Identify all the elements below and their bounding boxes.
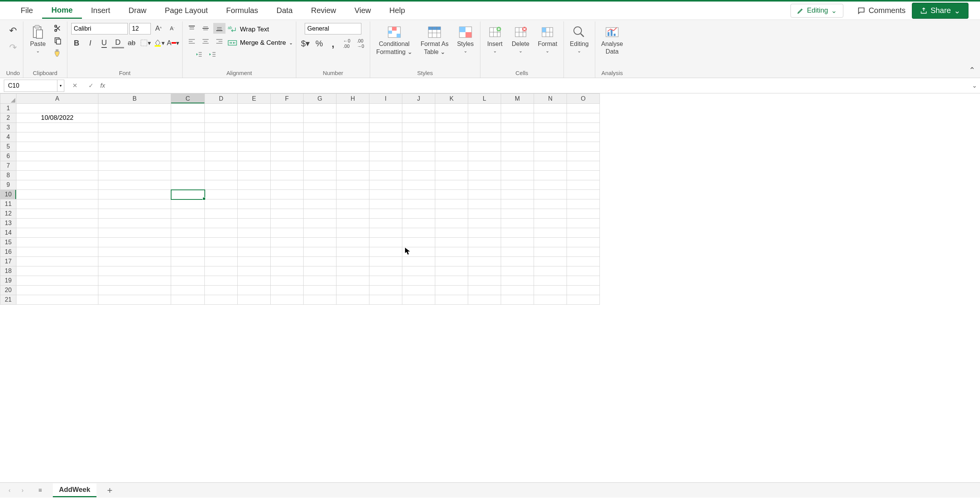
cell-L2[interactable] [468,113,501,123]
cell-M3[interactable] [501,123,534,132]
cell-O13[interactable] [567,219,600,228]
undo-button[interactable]: ↶ [7,23,19,38]
cell-C13[interactable] [171,219,205,228]
row-header-2[interactable]: 2 [0,113,16,123]
decrease-font-button[interactable]: Aˇ [166,23,178,34]
cell-D13[interactable] [205,219,238,228]
cell-G3[interactable] [304,123,336,132]
cell-F10[interactable] [271,190,304,199]
row-header-1[interactable]: 1 [0,104,16,113]
comments-button[interactable]: Comments [851,4,912,17]
cell-F1[interactable] [271,104,304,113]
row-header-16[interactable]: 16 [0,247,16,257]
cell-I18[interactable] [369,266,402,276]
next-sheet-button[interactable]: › [18,485,28,495]
cell-L10[interactable] [468,190,501,199]
increase-decimal-button[interactable]: ←0.00 [341,38,353,49]
cell-L15[interactable] [468,238,501,247]
cell-C12[interactable] [171,209,205,219]
cell-O11[interactable] [567,199,600,209]
cell-C4[interactable] [171,132,205,142]
cell-I14[interactable] [369,228,402,238]
col-header-M[interactable]: M [501,94,534,104]
cell-M7[interactable] [501,161,534,171]
cell-M12[interactable] [501,209,534,219]
cell-A11[interactable] [16,199,98,209]
cell-F6[interactable] [271,152,304,161]
cell-styles-button[interactable]: Styles ⌄ [454,23,477,55]
cell-C19[interactable] [171,276,205,286]
cell-I10[interactable] [369,190,402,199]
cell-O21[interactable] [567,295,600,305]
cell-K4[interactable] [435,132,468,142]
cell-J19[interactable] [402,276,435,286]
insert-cells-button[interactable]: Insert ⌄ [483,23,506,55]
cell-J6[interactable] [402,152,435,161]
cell-I1[interactable] [369,104,402,113]
row-header-4[interactable]: 4 [0,132,16,142]
cell-H9[interactable] [336,180,369,190]
cell-E14[interactable] [238,228,271,238]
cell-E10[interactable] [238,190,271,199]
analyse-data-button[interactable]: Analyse Data [598,23,626,57]
cell-M13[interactable] [501,219,534,228]
cell-D8[interactable] [205,171,238,180]
cell-N21[interactable] [534,295,567,305]
spreadsheet-grid[interactable]: ABCDEFGHIJKLMNO1START DATEEND DATE210/08… [0,93,980,482]
bold-button[interactable]: B [70,38,83,48]
paste-button[interactable]: Paste ⌄ [26,23,49,55]
col-header-B[interactable]: B [98,94,171,104]
cell-N19[interactable] [534,276,567,286]
col-header-A[interactable]: A [16,94,98,104]
cell-K21[interactable] [435,295,468,305]
cell-E11[interactable] [238,199,271,209]
cell-O9[interactable] [567,180,600,190]
name-box[interactable] [4,80,57,92]
cell-B6[interactable] [98,152,171,161]
cell-O7[interactable] [567,161,600,171]
cell-J7[interactable] [402,161,435,171]
cell-A4[interactable] [16,132,98,142]
cell-A10[interactable] [16,190,98,199]
cell-I15[interactable] [369,238,402,247]
cell-H17[interactable] [336,257,369,266]
cell-E6[interactable] [238,152,271,161]
col-header-C[interactable]: C [171,94,205,104]
redo-button[interactable]: ↷ [7,40,19,55]
cell-K13[interactable] [435,219,468,228]
cell-B11[interactable] [98,199,171,209]
cell-H19[interactable] [336,276,369,286]
cell-O2[interactable] [567,113,600,123]
cell-G11[interactable] [304,199,336,209]
cell-L1[interactable] [468,104,501,113]
cell-K12[interactable] [435,209,468,219]
borders-button[interactable]: ▾ [139,38,152,48]
cell-F17[interactable] [271,257,304,266]
cell-J20[interactable] [402,286,435,295]
cell-A14[interactable] [16,228,98,238]
cell-C9[interactable] [171,180,205,190]
copy-button[interactable] [52,35,64,46]
cell-A13[interactable] [16,219,98,228]
cell-M4[interactable] [501,132,534,142]
cell-N14[interactable] [534,228,567,238]
cell-K5[interactable] [435,142,468,152]
font-color-button[interactable]: A▾ [167,38,179,48]
cell-G19[interactable] [304,276,336,286]
cell-A6[interactable] [16,152,98,161]
cell-H14[interactable] [336,228,369,238]
cell-B17[interactable] [98,257,171,266]
cell-D4[interactable] [205,132,238,142]
share-button[interactable]: Share ⌄ [912,3,969,19]
cell-D14[interactable] [205,228,238,238]
cell-K8[interactable] [435,171,468,180]
cell-J10[interactable] [402,190,435,199]
cell-L16[interactable] [468,247,501,257]
cell-H1[interactable] [336,104,369,113]
increase-font-button[interactable]: A^ [152,23,165,34]
cell-I3[interactable] [369,123,402,132]
cell-C11[interactable] [171,199,205,209]
cell-L17[interactable] [468,257,501,266]
col-header-J[interactable]: J [402,94,435,104]
cell-K11[interactable] [435,199,468,209]
